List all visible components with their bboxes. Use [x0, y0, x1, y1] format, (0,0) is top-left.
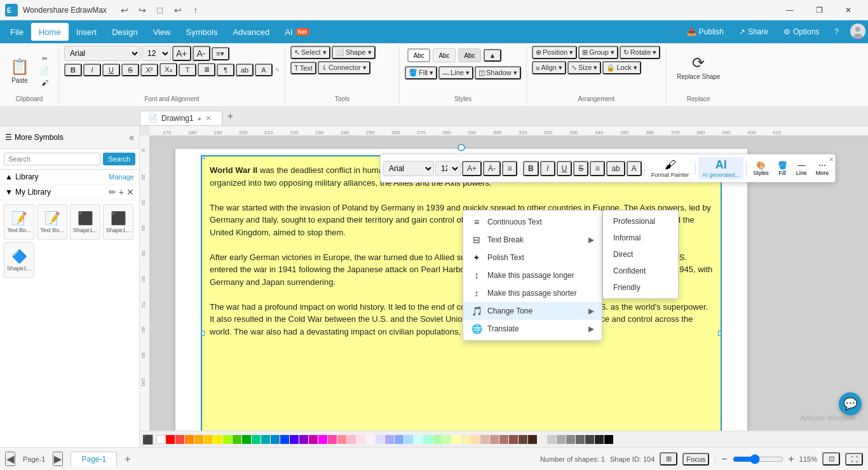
size-btn[interactable]: ⤡ Size ▾: [567, 61, 601, 74]
menu-design[interactable]: Design: [104, 23, 145, 41]
float-strike-btn[interactable]: S: [573, 161, 588, 176]
font-family-select[interactable]: Arial: [64, 46, 140, 61]
color-swatch-blue1[interactable]: [271, 435, 280, 444]
color-swatch-light-yellow[interactable]: [452, 435, 461, 444]
menu-view[interactable]: View: [146, 23, 179, 41]
color-swatch-darkest-brown[interactable]: [528, 435, 537, 444]
subscript-btn[interactable]: X₂: [159, 63, 177, 76]
text-align-btn[interactable]: ≡▾: [212, 47, 229, 60]
rotate-handle[interactable]: [458, 144, 465, 153]
share-btn[interactable]: ↗ Share: [733, 25, 775, 39]
color-swatch-blue2[interactable]: [280, 435, 289, 444]
style-swatch-3[interactable]: Abc: [458, 48, 481, 62]
handle-ml[interactable]: [201, 331, 205, 336]
color-swatch-yellow1[interactable]: [204, 435, 213, 444]
color-swatch-gray3[interactable]: [566, 435, 575, 444]
color-swatch-tan[interactable]: [480, 435, 489, 444]
doc-tab[interactable]: 📄 Drawing1 ● ✕: [140, 111, 222, 125]
float-styles-btn[interactable]: 🎨 Styles: [749, 160, 773, 177]
float-fill-btn[interactable]: 🪣 Fill: [774, 160, 791, 177]
chatbot-btn[interactable]: 💬: [839, 392, 862, 415]
page-nav-right[interactable]: ▶: [53, 452, 63, 466]
tone-friendly[interactable]: Friendly: [603, 279, 678, 296]
color-swatch-yellow-green[interactable]: [442, 435, 451, 444]
color-swatch-pink[interactable]: [328, 435, 337, 444]
fit-page-btn[interactable]: ⊡: [822, 452, 840, 466]
float-line-btn[interactable]: — Line: [792, 160, 811, 177]
font-size-select[interactable]: 12: [142, 46, 171, 61]
minimize-btn[interactable]: —: [775, 0, 804, 20]
close-btn[interactable]: ✕: [834, 0, 863, 20]
zoom-in-btn[interactable]: +: [789, 453, 794, 465]
options-btn[interactable]: ⚙ Options: [777, 25, 825, 39]
color-swatch-purple1[interactable]: [299, 435, 308, 444]
italic-btn[interactable]: I: [83, 64, 101, 76]
color-swatch-lighter-pink[interactable]: [356, 435, 365, 444]
strikethrough-btn[interactable]: S: [121, 64, 139, 76]
float-highlight-btn[interactable]: ab: [606, 161, 625, 176]
add-page-btn[interactable]: +: [125, 453, 130, 465]
color-swatch-cream[interactable]: [461, 435, 470, 444]
color-swatch-lavender[interactable]: [366, 435, 375, 444]
float-size-select[interactable]: 12: [435, 161, 461, 176]
color-swatch-brown3[interactable]: [509, 435, 518, 444]
handle-tl[interactable]: [201, 155, 205, 159]
color-swatch-dark-brown[interactable]: [519, 435, 527, 444]
position-btn[interactable]: ⊕ Position ▾: [532, 46, 577, 59]
copy-btn[interactable]: 📄: [36, 66, 53, 76]
color-swatch-light-green[interactable]: [433, 435, 442, 444]
help-btn[interactable]: ?: [828, 25, 845, 39]
ctx-translate[interactable]: 🌐 Translate ▶: [463, 320, 602, 338]
font-shrink-btn[interactable]: A-: [193, 46, 210, 61]
color-swatch-green1[interactable]: [233, 435, 241, 444]
my-library-close-btn[interactable]: ✕: [126, 187, 134, 197]
page-nav-left[interactable]: ◀: [5, 452, 15, 466]
tone-professional[interactable]: Professional: [603, 213, 678, 230]
connector-btn[interactable]: ⤹ Connector ▾: [318, 61, 370, 74]
font-expand-btn[interactable]: ⤡: [275, 67, 280, 73]
align-btn[interactable]: ≡ Align ▾: [532, 61, 566, 74]
menu-home[interactable]: Home: [31, 23, 69, 41]
color-swatch-orange1[interactable]: [185, 435, 194, 444]
user-avatar[interactable]: [850, 24, 865, 41]
color-swatch-light-pink[interactable]: [347, 435, 356, 444]
menu-symbols[interactable]: Symbols: [179, 23, 226, 41]
color-swatch-cyan1[interactable]: [261, 435, 270, 444]
color-swatch-light-cyan[interactable]: [414, 435, 423, 444]
float-grow-btn[interactable]: A+: [462, 161, 482, 176]
thumbnail-1[interactable]: 📝 Text Bo...: [4, 204, 34, 240]
color-swatch-gray1[interactable]: [547, 435, 556, 444]
shadow-btn[interactable]: ◫ Shadow ▾: [475, 66, 521, 79]
ctx-continuous-text[interactable]: ≡ Continuous Text: [463, 213, 602, 231]
paste-btn[interactable]: 📋 Paste: [5, 49, 34, 92]
color-swatch-orange2[interactable]: [194, 435, 203, 444]
font-color-btn[interactable]: A: [255, 64, 273, 76]
float-bold-btn[interactable]: B: [523, 161, 539, 176]
layers-btn[interactable]: ⊞: [660, 452, 677, 466]
my-library-add-btn[interactable]: +: [119, 187, 124, 197]
color-swatch-brown1[interactable]: [490, 435, 499, 444]
lock-btn[interactable]: 🔒 Lock ▾: [602, 61, 641, 74]
color-swatch-yellow2[interactable]: [214, 435, 222, 444]
color-swatch-darker-gray[interactable]: [595, 435, 604, 444]
color-swatch-green2[interactable]: [242, 435, 251, 444]
color-swatch-periwinkle[interactable]: [385, 435, 394, 444]
color-swatch-gray2[interactable]: [557, 435, 566, 444]
color-swatch-peach[interactable]: [471, 435, 480, 444]
group-btn[interactable]: ⊞ Group ▾: [578, 46, 618, 59]
tone-informal[interactable]: Informal: [603, 230, 678, 246]
bold-btn[interactable]: B: [64, 64, 82, 76]
float-align-btn[interactable]: ≡: [502, 161, 517, 176]
thumbnail-3[interactable]: ⬛ Shape1...: [70, 204, 100, 240]
color-swatch-mint[interactable]: [423, 435, 432, 444]
sidebar-collapse-btn[interactable]: «: [129, 132, 134, 142]
undo-btn[interactable]: ↩: [117, 4, 132, 17]
rotate-btn[interactable]: ↻ Rotate ▾: [620, 46, 660, 59]
save-btn[interactable]: ↩: [170, 4, 186, 17]
ctx-make-shorter[interactable]: ↕ Make this passage shorter: [463, 284, 602, 302]
color-swatch-red2[interactable]: [175, 435, 184, 444]
select-btn[interactable]: ↖ Select ▾: [290, 46, 330, 59]
thumbnail-4[interactable]: ⬛ Shape1...: [103, 204, 133, 240]
color-swatch-pink2[interactable]: [337, 435, 346, 444]
styles-expand-btn[interactable]: ▲: [484, 49, 501, 62]
